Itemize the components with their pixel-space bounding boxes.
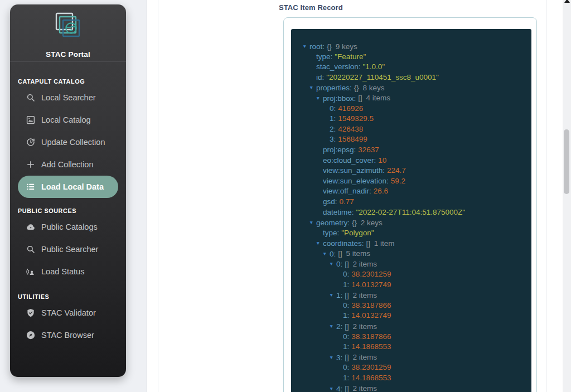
sidebar-item-public-searcher[interactable]: Public Searcher (18, 238, 118, 260)
sidebar-item-load-status[interactable]: Load Status (18, 260, 118, 283)
shield-icon (26, 308, 36, 318)
json-row: 3:1568499 (291, 134, 531, 145)
json-row: 1:14.0132749 (291, 311, 531, 321)
json-row: view:off_nadir:26.6 (291, 186, 531, 197)
json-value: 32637 (356, 146, 379, 154)
collapse-arrow-icon[interactable]: ▼ (322, 249, 330, 259)
json-key: proj:bbox: (323, 94, 356, 102)
scrollbar-thumb[interactable] (564, 129, 569, 194)
json-row: type:"Polygon" (291, 228, 531, 239)
json-key: 1: (330, 114, 336, 123)
collapse-arrow-icon[interactable]: ▼ (329, 259, 336, 269)
sidebar-item-label: Load Local Data (41, 182, 104, 191)
json-key: datetime: (323, 208, 354, 216)
collapse-arrow-icon[interactable]: ▼ (316, 93, 323, 104)
compass-icon (26, 330, 36, 340)
json-row: 0:416926 (291, 104, 531, 114)
collapse-arrow-icon[interactable]: ▼ (329, 321, 336, 332)
scroll-up-arrow-icon[interactable] (564, 0, 570, 3)
json-value: 224.7 (385, 166, 406, 175)
collapse-arrow-icon[interactable]: ▼ (309, 83, 316, 93)
json-meta: [] 4 items (356, 94, 390, 102)
json-meta: {} 9 keys (325, 42, 357, 51)
json-row: 2:426438 (291, 124, 531, 135)
json-row: 1:14.1868553 (291, 342, 531, 352)
json-viewer[interactable]: ▼root:{} 9 keystype:"Feature"stac_versio… (291, 29, 531, 392)
update-icon (26, 137, 36, 147)
status-icon (26, 267, 36, 277)
sidebar-item-add-collection[interactable]: Add Collection (18, 153, 118, 176)
json-key: 1: (343, 311, 349, 320)
json-key: 4: (336, 384, 342, 392)
json-row: gsd:0.77 (291, 197, 531, 207)
json-value: 38.3187866 (349, 301, 391, 309)
json-row: ▼0:[] 5 items (291, 249, 531, 259)
sidebar-item-stac-browser[interactable]: STAC Browser (18, 324, 118, 346)
sidebar-item-local-catalog[interactable]: Local Catalog (18, 109, 118, 131)
json-key: view:sun_elevation: (323, 177, 389, 185)
sidebar-item-stac-validator[interactable]: STAC Validator (18, 302, 118, 324)
json-value: 10 (376, 156, 386, 164)
json-value: 1568499 (336, 135, 367, 143)
plus-icon (26, 159, 36, 170)
json-row: 0:38.3187866 (291, 301, 531, 311)
json-row: ▼2:[] 2 items (291, 321, 531, 332)
collapse-arrow-icon[interactable]: ▼ (329, 290, 336, 301)
sidebar-item-local-searcher[interactable]: Local Searcher (18, 86, 118, 109)
json-row: ▼coordinates:[] 1 item (291, 238, 531, 249)
json-value: 26.6 (371, 187, 388, 195)
json-row: ▼0:[] 2 items (291, 259, 531, 269)
json-value: 416926 (336, 104, 363, 113)
section-heading-utilities: UTILITIES (18, 292, 118, 302)
json-key: 3: (336, 353, 342, 361)
json-meta: [] 2 items (342, 260, 377, 268)
json-row: view:sun_elevation:59.2 (291, 176, 531, 187)
sidebar: STAC Portal CATAPULT CATALOGLocal Search… (10, 4, 126, 377)
sidebar-item-label: Local Catalog (41, 115, 91, 124)
sidebar-item-label: Public Catalogs (41, 222, 98, 231)
sidebar-item-update-collection[interactable]: Update Collection (18, 131, 118, 153)
json-key: view:sun_azimuth: (323, 166, 385, 175)
sidebar-item-public-catalogs[interactable]: Public Catalogs (18, 216, 118, 238)
json-key: view:off_nadir: (323, 187, 371, 195)
search-icon (26, 244, 36, 254)
collapse-arrow-icon[interactable]: ▼ (309, 217, 316, 228)
json-meta: [] 2 items (342, 291, 377, 299)
json-key: proj:epsg: (323, 146, 356, 154)
json-value: 426438 (336, 125, 363, 133)
json-key: coordinates: (323, 239, 364, 248)
json-meta: [] 2 items (342, 353, 377, 361)
collapse-arrow-icon[interactable]: ▼ (302, 41, 309, 52)
collapse-arrow-icon[interactable]: ▼ (329, 384, 336, 392)
json-key: eo:cloud_cover: (323, 156, 376, 164)
cloud-icon (26, 222, 36, 232)
json-key: 1: (343, 342, 349, 351)
stac-portal-logo-icon (50, 37, 86, 46)
json-value: 14.0132749 (349, 280, 391, 289)
collapse-arrow-icon[interactable]: ▼ (329, 352, 336, 363)
json-key: geometry: (316, 219, 350, 227)
json-key: type: (323, 229, 339, 237)
json-row: 0:38.3187866 (291, 332, 531, 342)
page-scrollbar[interactable] (563, 0, 571, 392)
json-value: 14.1868553 (349, 342, 391, 351)
sidebar-item-label: Public Searcher (41, 245, 98, 254)
json-key: 1: (343, 374, 349, 382)
section-heading-public-sources: PUBLIC SOURCES (18, 206, 118, 216)
json-key: id: (316, 73, 324, 81)
json-key: gsd: (323, 197, 337, 206)
json-key: 0: (343, 301, 349, 309)
json-key: 3: (330, 135, 336, 143)
json-key: 0: (336, 260, 342, 268)
sidebar-item-label: STAC Browser (41, 331, 94, 340)
json-row: ▼geometry:{} 2 keys (291, 217, 531, 228)
json-key: 0: (330, 249, 336, 258)
json-row: ▼3:[] 2 items (291, 352, 531, 363)
json-row: 1:14.1868553 (291, 373, 531, 384)
json-row: view:sun_azimuth:224.7 (291, 166, 531, 176)
json-value: "Polygon" (339, 229, 374, 237)
sidebar-item-load-local-data[interactable]: Load Local Data (18, 176, 118, 198)
json-value: 38.3187866 (349, 332, 391, 341)
collapse-arrow-icon[interactable]: ▼ (316, 238, 323, 249)
json-key: stac_version: (316, 62, 361, 71)
